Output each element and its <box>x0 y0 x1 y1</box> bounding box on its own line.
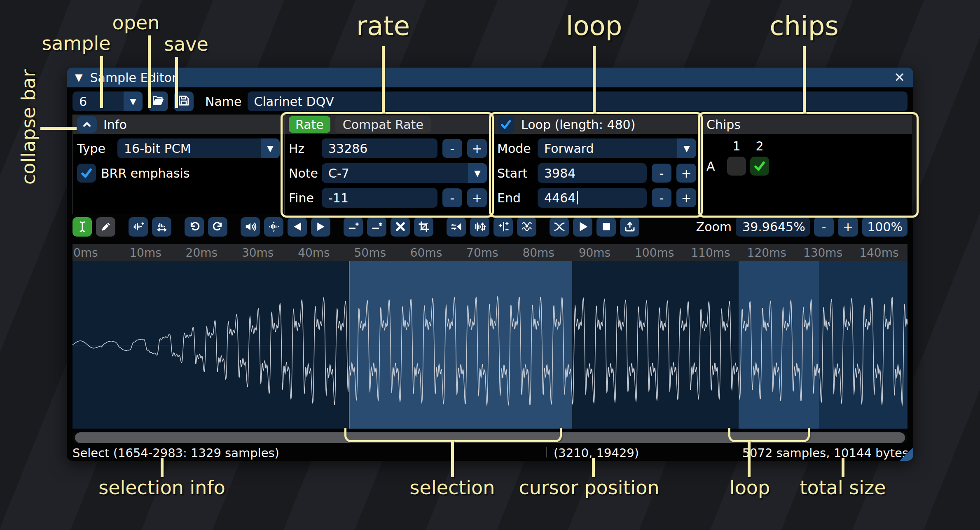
annotation-line-selection <box>451 440 454 477</box>
name-label: Name <box>205 94 242 109</box>
zoom-input[interactable]: 39.9645% <box>736 217 810 237</box>
select-tool-button[interactable] <box>73 217 92 237</box>
annotation-loop: loop <box>566 11 622 41</box>
reverse-button[interactable] <box>447 217 466 237</box>
timeline-tick: 70ms <box>466 246 498 260</box>
sample-number: 6 <box>73 94 124 109</box>
floppy-disk-icon <box>177 94 190 109</box>
delete-button[interactable] <box>391 217 410 237</box>
crossfade-icon <box>553 220 566 233</box>
selection-info-text: Select (1654-2983: 1329 samples) <box>73 446 279 460</box>
annotation-line-chips <box>803 46 806 113</box>
draw-tool-button[interactable] <box>96 217 115 237</box>
play-sample-button[interactable] <box>573 217 592 237</box>
trim-button[interactable] <box>414 217 433 237</box>
apply-silence-button[interactable] <box>367 217 386 237</box>
annotation-total-size: total size <box>800 476 886 499</box>
info-panel-title: Info <box>103 117 127 132</box>
type-label: Type <box>77 141 112 156</box>
status-bar: Select (1654-2983: 1329 samples) (3210, … <box>67 445 913 461</box>
zoom-label: Zoom <box>696 220 732 234</box>
chevron-down-icon[interactable]: ▼ <box>124 91 143 111</box>
folder-open-icon <box>152 94 165 109</box>
timeline-ruler[interactable]: 0ms10ms20ms30ms40ms50ms60ms70ms80ms90ms1… <box>73 244 907 261</box>
zoom-out-button[interactable]: - <box>814 217 834 237</box>
info-panel: Info Type 16-bit PCM ▼ BRR emphasis <box>73 115 284 214</box>
resize-button[interactable] <box>129 217 148 237</box>
window-collapse-icon[interactable]: ▼ <box>75 72 82 83</box>
timeline-tick: 80ms <box>522 246 554 260</box>
timeline-tick: 90ms <box>579 246 611 260</box>
annotation-save: save <box>164 33 208 55</box>
status-divider <box>546 447 547 457</box>
timeline-tick: 30ms <box>242 246 274 260</box>
sample-select[interactable]: 6 ▼ <box>73 91 143 111</box>
timeline-tick: 40ms <box>298 246 330 260</box>
zoom-in-button[interactable]: + <box>838 217 858 237</box>
annotation-sample: sample <box>42 32 110 54</box>
crossfade-button[interactable] <box>550 217 569 237</box>
resample-button[interactable] <box>152 217 171 237</box>
name-input[interactable]: Clarinet DQV <box>248 91 907 111</box>
invert-button[interactable] <box>470 217 489 237</box>
triangle-right-icon <box>315 220 327 233</box>
filter-button[interactable] <box>517 217 536 237</box>
timeline-tick: 140ms <box>859 246 898 260</box>
triangle-left-icon <box>291 220 304 233</box>
fade-out-button[interactable] <box>311 217 330 237</box>
timeline-tick: 110ms <box>691 246 730 260</box>
fade-in-button[interactable] <box>288 217 307 237</box>
line-star-icon <box>371 220 383 233</box>
annotation-bracket-loop <box>728 428 810 442</box>
check-icon <box>80 166 94 180</box>
annotation-collapse-bar: collapse bar <box>17 77 40 185</box>
wave-reverse-icon <box>450 220 463 233</box>
timeline-tick: 130ms <box>803 246 842 260</box>
zoom-reset-button[interactable]: 100% <box>862 217 907 237</box>
waveform-display[interactable] <box>73 261 907 429</box>
annotation-open: open <box>112 12 160 34</box>
redo-button[interactable] <box>208 217 227 237</box>
crop-icon <box>418 220 430 233</box>
pencil-icon <box>100 220 112 233</box>
window-title: Sample Editor <box>90 70 177 85</box>
close-icon[interactable]: ✕ <box>894 70 905 85</box>
insert-silence-button[interactable] <box>344 217 363 237</box>
stop-sample-button[interactable] <box>596 217 616 237</box>
annotation-rate: rate <box>356 11 410 41</box>
resize-grip[interactable] <box>899 447 913 461</box>
play-icon <box>577 220 589 233</box>
open-sample-button[interactable] <box>148 91 168 111</box>
annotation-box-rate <box>281 112 494 218</box>
collapse-panel-button[interactable] <box>77 116 97 133</box>
amplify-button[interactable] <box>241 217 260 237</box>
normalize-button[interactable] <box>264 217 283 237</box>
cursor-position-text: (3210, 19429) <box>554 446 639 460</box>
annotation-line-loop-bottom <box>748 440 751 477</box>
undo-button[interactable] <box>185 217 204 237</box>
wave-plus-icon <box>132 220 145 233</box>
sign-button[interactable] <box>494 217 513 237</box>
annotation-loop-bottom: loop <box>730 476 770 499</box>
annotation-box-loop <box>489 112 703 218</box>
plus-minus-sign-icon <box>497 220 510 233</box>
title-bar[interactable]: ▼ Sample Editor ✕ <box>67 68 913 87</box>
sample-toolbar: Zoom 39.9645% - + 100% <box>73 216 907 237</box>
sample-row: 6 ▼ Name Clarinet DQV <box>73 91 907 111</box>
brr-emphasis-checkbox[interactable] <box>77 164 96 183</box>
make-instrument-button[interactable] <box>620 217 639 237</box>
type-select[interactable]: 16-bit PCM ▼ <box>117 138 280 158</box>
annotation-selection-info: selection info <box>98 476 225 499</box>
waveform-line <box>73 261 907 429</box>
screenshot-canvas: ▼ Sample Editor ✕ 6 ▼ Name Clarinet DQV <box>0 0 980 530</box>
timeline-tick: 60ms <box>410 246 442 260</box>
timeline-tick: 120ms <box>747 246 786 260</box>
wave-invert-icon <box>474 220 486 233</box>
wave-stretch-icon <box>156 220 168 233</box>
annotation-selection: selection <box>410 476 495 499</box>
ibeam-cursor-icon <box>76 220 89 233</box>
redo-icon <box>212 220 224 233</box>
annotation-line-save <box>175 57 178 108</box>
annotation-line-cursor-position <box>592 458 595 477</box>
annotation-line-loop <box>593 46 596 113</box>
